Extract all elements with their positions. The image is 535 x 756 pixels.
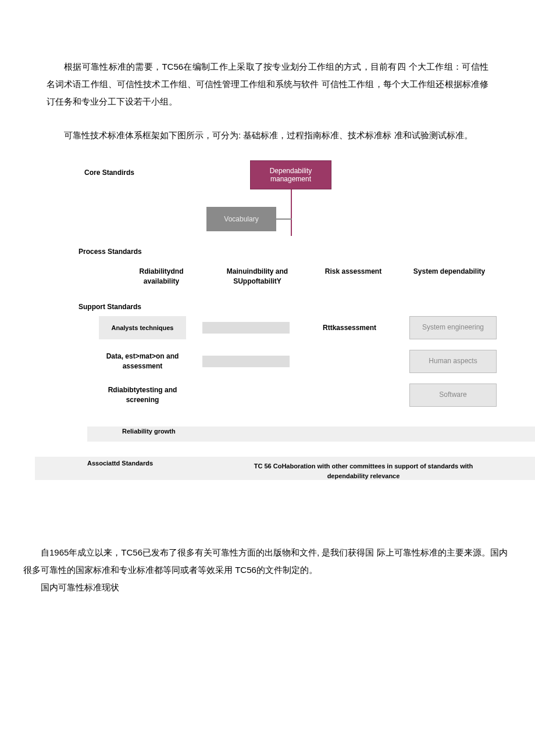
process-col-risk: Risk assessment bbox=[314, 267, 393, 286]
support-row-1: Analysts techniques Rttkassessment Syste… bbox=[99, 316, 477, 339]
cell-reliability-testing: Rdiabibtytesting and screening bbox=[99, 384, 186, 407]
core-standards-label: Core Standirds bbox=[84, 169, 134, 177]
connector-horizontal bbox=[276, 218, 292, 220]
support-grid: Analysts techniques Rttkassessment Syste… bbox=[99, 316, 477, 417]
associated-standards-label: Associattd Standards bbox=[87, 460, 153, 467]
associated-standards-text: TC 56 CoHaboration with other committees… bbox=[241, 461, 486, 481]
paragraph-history: 自1965年成立以来，TC56已发布了很多有关可靠性方面的出版物和文件, 是我们… bbox=[23, 544, 512, 579]
support-row-3: Rdiabibtytesting and screening Software bbox=[99, 384, 477, 407]
cell-blank-r1c2 bbox=[202, 322, 290, 334]
vocabulary-box: Vocabulary bbox=[206, 207, 276, 231]
paragraph-domestic-status: 国内可靠性标准现状 bbox=[23, 579, 488, 596]
support-standards-label: Support Standards bbox=[79, 303, 141, 311]
process-col-maintainability: Mainuindbility and SUppoftabilitY bbox=[218, 267, 297, 286]
cell-software: Software bbox=[409, 384, 497, 407]
cell-risk-assessment: Rttkassessment bbox=[306, 316, 393, 339]
process-row: Rdiabilitydnd availability Mainuindbilit… bbox=[122, 267, 488, 286]
process-col-system: System dependability bbox=[410, 267, 488, 286]
process-col-reliability: Rdiabilitydnd availability bbox=[122, 267, 201, 286]
paragraph-framework: 可靠性技术标准体系框架如下图所示，可分为: 基础标准，过程指南标准、技术标准标 … bbox=[47, 127, 488, 144]
dependability-management-box: Dependability management bbox=[250, 160, 331, 189]
paragraph-intro: 根据可靠性标准的需要，TC56在编制工作上采取了按专业划分工作组的方式，目前有四… bbox=[47, 58, 488, 110]
connector-vertical bbox=[291, 189, 292, 236]
process-standards-label: Process Standards bbox=[79, 248, 142, 256]
cell-human-aspects: Human aspects bbox=[409, 350, 497, 373]
cell-empty-r2c3 bbox=[306, 350, 393, 373]
reliability-growth-label: Reliability growth bbox=[122, 428, 176, 435]
framework-diagram: Core Standirds Dependability management … bbox=[47, 160, 488, 521]
cell-blank-r2c2 bbox=[202, 356, 290, 367]
cell-data-estimation: Data, est>mat>on and assessment bbox=[99, 350, 186, 373]
cell-empty-r3c2 bbox=[202, 384, 290, 407]
cell-empty-r3c3 bbox=[306, 384, 393, 407]
cell-system-engineering: System engineering bbox=[409, 316, 497, 339]
support-row-2: Data, est>mat>on and assessment Human as… bbox=[99, 350, 477, 373]
cell-analysts-techniques: Analysts techniques bbox=[99, 316, 186, 339]
